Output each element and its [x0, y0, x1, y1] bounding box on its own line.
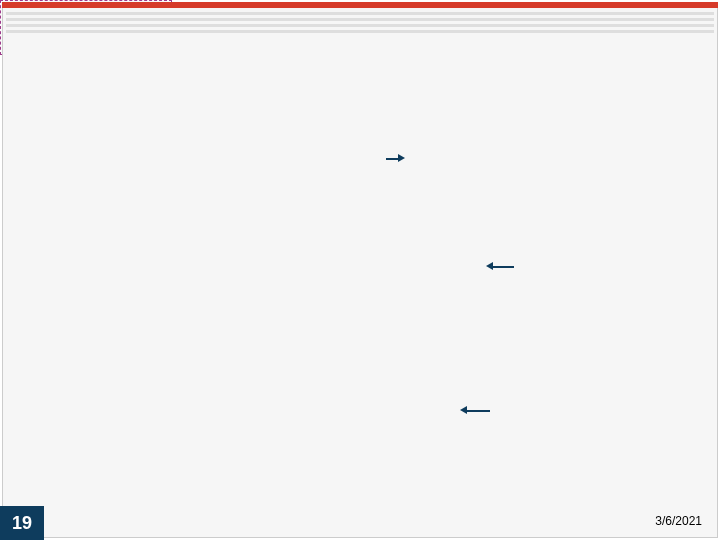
arrow-right-icon — [398, 154, 405, 162]
slide-date: 3/6/2021 — [655, 514, 702, 528]
connector — [466, 410, 490, 412]
thumbnail-conditions-form — [0, 0, 172, 55]
slide: Create/Add Item(s) Workflow Open applica… — [0, 0, 720, 540]
slide-number: 19 — [0, 506, 44, 540]
connector — [492, 266, 514, 268]
arrow-left-icon — [486, 262, 493, 270]
arrow-left-icon — [460, 406, 467, 414]
